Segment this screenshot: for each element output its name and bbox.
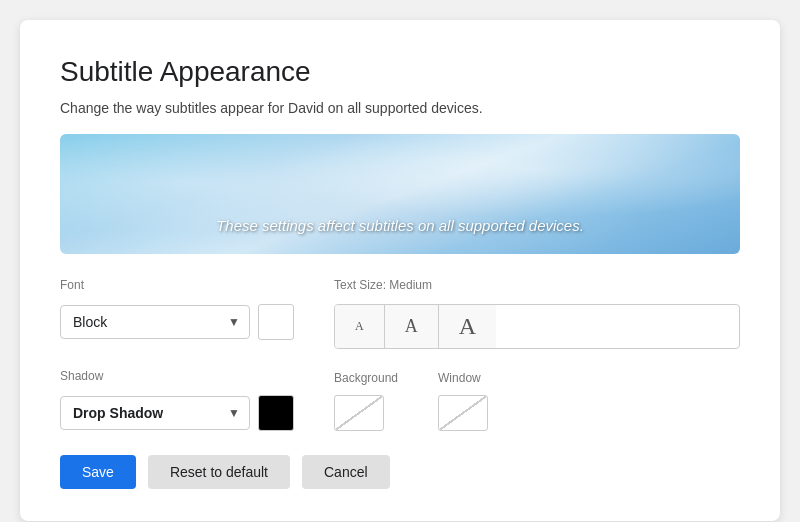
- save-button[interactable]: Save: [60, 455, 136, 489]
- window-color-swatch[interactable]: [438, 395, 488, 431]
- text-size-large-button[interactable]: A: [439, 305, 496, 348]
- shadow-label: Shadow: [60, 369, 294, 383]
- preview-box: These settings affect subtitles on all s…: [60, 134, 740, 254]
- bottom-row: Save Reset to default Cancel: [60, 455, 740, 489]
- cancel-button[interactable]: Cancel: [302, 455, 390, 489]
- window-label: Window: [438, 371, 488, 385]
- window-group: Window: [438, 371, 488, 431]
- settings-card: Subtitle Appearance Change the way subti…: [20, 20, 780, 521]
- text-size-group: Text Size: Medium A A A: [334, 278, 740, 349]
- settings-row-1: Font Default Block Casual Cursive Small …: [60, 278, 740, 349]
- text-size-medium-button[interactable]: A: [385, 305, 439, 348]
- description: Change the way subtitles appear for Davi…: [60, 100, 740, 116]
- background-label: Background: [334, 371, 398, 385]
- text-size-buttons: A A A: [334, 304, 740, 349]
- shadow-select-wrapper: None Drop Shadow Raised Depressed Unifor…: [60, 396, 250, 430]
- shadow-group: Shadow None Drop Shadow Raised Depressed…: [60, 369, 294, 431]
- shadow-color-swatch[interactable]: [258, 395, 294, 431]
- settings-row-2: Shadow None Drop Shadow Raised Depressed…: [60, 369, 740, 431]
- shadow-select[interactable]: None Drop Shadow Raised Depressed Unifor…: [60, 396, 250, 430]
- reset-button[interactable]: Reset to default: [148, 455, 290, 489]
- font-select[interactable]: Default Block Casual Cursive Small Caps: [60, 305, 250, 339]
- font-row: Default Block Casual Cursive Small Caps …: [60, 304, 294, 340]
- background-color-swatch[interactable]: [334, 395, 384, 431]
- shadow-row: None Drop Shadow Raised Depressed Unifor…: [60, 395, 294, 431]
- font-select-wrapper: Default Block Casual Cursive Small Caps …: [60, 305, 250, 339]
- page-title: Subtitle Appearance: [60, 56, 740, 88]
- preview-text: These settings affect subtitles on all s…: [60, 217, 740, 234]
- font-color-swatch[interactable]: [258, 304, 294, 340]
- text-size-small-button[interactable]: A: [335, 305, 385, 348]
- font-group: Font Default Block Casual Cursive Small …: [60, 278, 294, 340]
- background-group: Background: [334, 371, 398, 431]
- font-label: Font: [60, 278, 294, 292]
- text-size-label: Text Size: Medium: [334, 278, 740, 292]
